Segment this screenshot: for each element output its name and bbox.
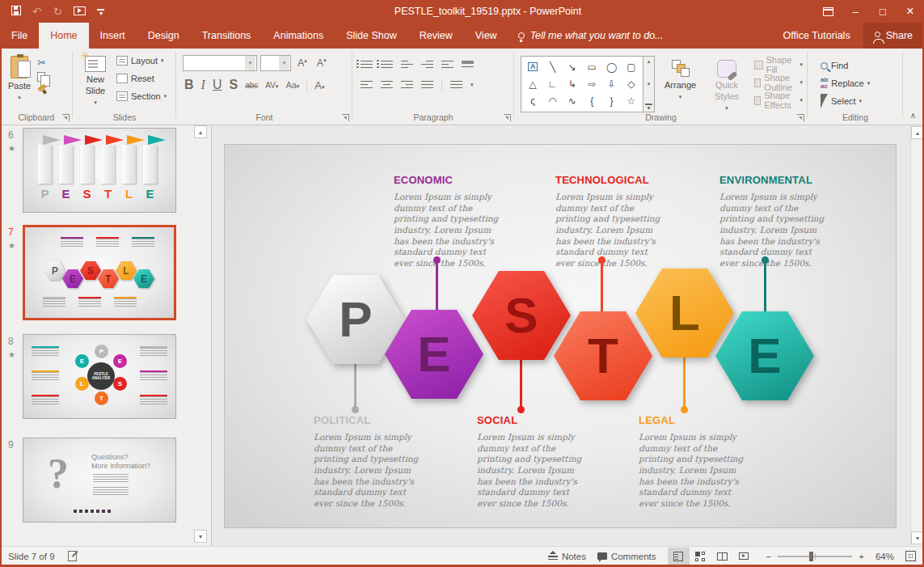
tell-me-box[interactable]: Tell me what you want to do... xyxy=(508,23,673,49)
text-direction-icon[interactable] xyxy=(462,59,474,70)
replace-button[interactable]: abac Replace ▾ xyxy=(819,74,903,92)
economic-text-block[interactable]: ECONOMIC Lorem Ipsum is simply dummy tex… xyxy=(394,174,499,269)
arrange-button[interactable]: Arrange ▾ xyxy=(660,56,701,105)
find-button[interactable]: Find xyxy=(819,57,903,74)
slide-canvas[interactable]: ECONOMIC Lorem Ipsum is simply dummy tex… xyxy=(225,145,896,527)
political-text-block[interactable]: POLITICAL Lorem Ipsum is simply dummy te… xyxy=(314,414,419,509)
collapse-ribbon-icon[interactable]: ∧ xyxy=(910,111,916,120)
paragraph-dialog-launcher[interactable] xyxy=(504,114,511,121)
section-button[interactable]: Section ▾ xyxy=(115,87,168,105)
copy-icon[interactable] xyxy=(37,72,45,82)
layout-button[interactable]: Layout ▾ xyxy=(115,52,168,70)
font-name-combo[interactable]: ▾ xyxy=(183,55,257,71)
slideshow-view-button[interactable] xyxy=(733,548,755,565)
zoom-track[interactable] xyxy=(778,556,852,557)
close-button[interactable]: × xyxy=(897,0,924,23)
shape-arc[interactable]: ◠ xyxy=(548,96,556,106)
change-case-button[interactable]: Aa▾ xyxy=(285,80,299,90)
ribbon-display-options-icon[interactable] xyxy=(814,0,842,23)
slide-6-thumbnail[interactable]: P E S T L E xyxy=(23,128,176,213)
hexagon-e-environmental[interactable]: E xyxy=(715,311,814,400)
font-dialog-launcher[interactable] xyxy=(342,114,349,121)
tab-home[interactable]: Home xyxy=(39,23,88,49)
start-slideshow-icon[interactable] xyxy=(74,6,86,17)
numbering-icon[interactable] xyxy=(381,58,393,70)
reset-button[interactable]: Reset xyxy=(115,70,168,87)
zoom-out-button[interactable]: − xyxy=(766,552,772,561)
thumbnail-scroll-up-icon[interactable]: ▴ xyxy=(194,125,207,138)
align-center-icon[interactable] xyxy=(381,78,393,91)
shrink-font-button[interactable]: A▾ xyxy=(314,57,330,70)
tab-animations[interactable]: Animations xyxy=(262,23,335,49)
gallery-down-icon[interactable]: ▾ xyxy=(648,81,651,87)
drawing-dialog-launcher[interactable] xyxy=(797,114,804,121)
main-scrollbar[interactable]: ▴ ▾ xyxy=(910,125,924,546)
minimize-button[interactable]: – xyxy=(842,0,869,23)
clipboard-dialog-launcher[interactable] xyxy=(62,114,70,121)
paste-button[interactable]: Paste ▾ xyxy=(3,52,36,106)
customize-qat-icon[interactable]: ▾ xyxy=(97,6,104,17)
comments-button[interactable]: Comments xyxy=(597,552,656,561)
shape-down-arrow[interactable]: ⇩ xyxy=(607,79,615,89)
reading-view-button[interactable] xyxy=(711,548,733,565)
shape-rectangle[interactable]: ▭ xyxy=(587,62,596,72)
shape-left-brace[interactable]: { xyxy=(590,96,593,106)
shape-arrow[interactable]: ↘ xyxy=(568,62,576,72)
undo-icon[interactable]: ↶ xyxy=(32,6,42,17)
legal-text-block[interactable]: LEGAL Lorem Ipsum is simply dummy text o… xyxy=(639,414,744,509)
thumbnail-scroll-down-icon[interactable]: ▾ xyxy=(194,530,207,543)
underline-button[interactable]: U xyxy=(213,78,222,92)
hexagon-e-economic[interactable]: E xyxy=(385,310,483,399)
redo-icon[interactable]: ↻ xyxy=(53,6,63,17)
maximize-button[interactable]: □ xyxy=(869,0,897,23)
shape-right-brace[interactable]: } xyxy=(610,96,613,106)
gallery-more-icon[interactable]: ▾ xyxy=(645,104,652,110)
shape-line[interactable]: ╲ xyxy=(550,62,555,72)
shape-textbox[interactable]: A xyxy=(528,62,538,71)
format-painter-icon[interactable] xyxy=(37,85,47,95)
slide-8-thumbnail[interactable]: PESTLEANALYSIS P E S T L E xyxy=(23,334,176,419)
shape-right-arrow[interactable]: ⇨ xyxy=(588,79,596,89)
shapes-gallery-scrollbar[interactable]: ▴ ▾ ▾ xyxy=(643,56,655,112)
shape-effects-button[interactable]: Shape Effects ▾ xyxy=(753,91,804,109)
slide-sorter-view-button[interactable] xyxy=(690,548,711,565)
grow-font-button[interactable]: A▴ xyxy=(294,57,310,70)
share-button[interactable]: Share xyxy=(863,23,924,49)
shapes-gallery[interactable]: A ╲ ↘ ▭ ◯ ▢ △ ∟ ↳ ⇨ ⇩ ◇ ς ◠ ∿ xyxy=(521,56,643,112)
tab-design[interactable]: Design xyxy=(137,23,191,49)
notes-button[interactable]: Notes xyxy=(548,551,586,561)
environmental-text-block[interactable]: ENVIRONMENTAL Lorem Ipsum is simply dumm… xyxy=(719,174,825,269)
shape-outline-button[interactable]: Shape Outline ▾ xyxy=(753,74,804,91)
tab-view[interactable]: View xyxy=(464,23,508,49)
normal-view-button[interactable] xyxy=(668,548,690,565)
shape-elbow-connector[interactable]: ∟ xyxy=(548,79,558,89)
font-color-button[interactable]: A▾ xyxy=(314,79,324,91)
zoom-level[interactable]: 64% xyxy=(875,552,894,561)
technological-text-block[interactable]: TECHNOLOGICAL Lorem Ipsum is simply dumm… xyxy=(555,174,660,269)
text-shadow-button[interactable]: S xyxy=(229,78,238,92)
increase-indent-icon[interactable] xyxy=(421,58,433,70)
align-left-icon[interactable] xyxy=(361,78,373,91)
office-tutorials-link[interactable]: Office Tutorials xyxy=(770,23,863,49)
spell-check-icon[interactable] xyxy=(68,551,77,561)
cut-icon[interactable]: ✂ xyxy=(37,57,47,69)
font-size-input[interactable] xyxy=(261,56,279,70)
shape-curve[interactable]: ∿ xyxy=(568,96,576,106)
new-slide-button[interactable]: New Slide ▾ xyxy=(76,52,115,110)
tab-transitions[interactable]: Transitions xyxy=(191,23,263,49)
slide-7-thumbnail[interactable]: P E S T L E xyxy=(23,225,176,320)
zoom-in-button[interactable]: + xyxy=(859,552,864,561)
shape-elbow-arrow[interactable]: ↳ xyxy=(568,79,576,89)
select-button[interactable]: Select ▾ xyxy=(819,92,903,110)
shape-scribble[interactable]: ς xyxy=(530,96,535,106)
shape-star[interactable]: ☆ xyxy=(627,96,635,106)
bullets-icon[interactable] xyxy=(361,58,373,70)
tab-insert[interactable]: Insert xyxy=(89,23,137,49)
tab-review[interactable]: Review xyxy=(408,23,464,49)
gallery-up-icon[interactable]: ▴ xyxy=(648,58,651,65)
new-slide-dropdown-icon[interactable]: ▾ xyxy=(94,99,97,107)
columns-icon[interactable] xyxy=(450,78,462,91)
zoom-thumb[interactable] xyxy=(809,552,813,561)
scroll-down-icon[interactable]: ▾ xyxy=(911,531,924,544)
justify-icon[interactable] xyxy=(421,78,433,91)
